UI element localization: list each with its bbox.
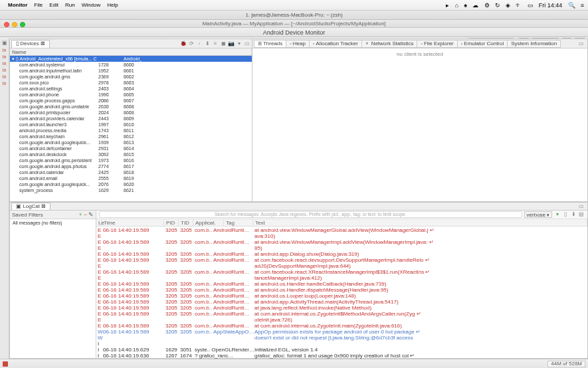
process-row[interactable]: com.google.android.gms.unstable26308608 [10,104,252,110]
gutter-icon[interactable]: ▣ [2,40,7,46]
log-row[interactable]: EtanceManagerImpl.java:412) [98,275,586,281]
process-row[interactable]: android.process.media17438611 [10,128,252,134]
battery-icon[interactable]: ▭ [528,2,534,9]
log-row[interactable]: E85) [98,245,586,251]
minimize-icon[interactable]: ▭ [577,203,586,209]
tab-file-explorer[interactable]: ▫ File Explorer [417,40,457,48]
logcat-rows[interactable]: E06-16 14:40:19.58932053205com.b.. Andro… [96,227,587,365]
col-name[interactable]: Name [10,48,252,55]
log-row[interactable]: I06-16 14:40:19.63612671674? gralloc_ran… [98,353,586,359]
log-row[interactable]: E06-16 14:40:19.58932053205com.b.. Andro… [98,257,586,263]
camera-icon[interactable]: 📷 [228,41,235,47]
tab-sysinfo[interactable]: System Information [507,40,561,48]
process-row[interactable]: com.android.printspooler20248608 [10,110,252,116]
log-row[interactable]: E06-16 14:40:19.58932053205com.b.. Andro… [98,311,586,317]
log-row[interactable]: E06-16 14:40:19.58932053205com.b.. Andro… [98,281,586,287]
log-row[interactable]: E06-16 14:40:19.58932053205com.b.. Andro… [98,239,586,245]
menu-edit[interactable]: Edit [49,2,58,8]
col-pid[interactable]: PID [164,219,179,226]
log-level-select[interactable]: verbose ▾ [524,211,552,218]
devices-tab[interactable]: ▯ Devices ⊠ [11,40,50,48]
log-row[interactable]: I06-16 14:40:19.62916293051syste.. OpenG… [98,347,586,353]
save-log-icon[interactable]: ▾ [554,211,561,218]
log-row[interactable]: E06-16 14:40:19.58932053205com.b.. Andro… [98,251,586,257]
col-tid[interactable]: TID [179,219,193,226]
notifications-icon[interactable]: ≡ [581,2,584,9]
memory-usage[interactable]: 44M of 528M [547,361,585,367]
process-row[interactable]: com.android.calendar24258618 [10,169,252,175]
tray-icon[interactable]: ▸ [446,2,449,9]
col-time[interactable]: Time [102,219,164,226]
process-row[interactable]: com.google.android.googlequick...2076862… [10,181,252,187]
minimize-icon[interactable]: ▭ [577,41,586,46]
log-row[interactable]: EadJS(DevSupportManagerImpl.java:644) [98,263,586,269]
log-row[interactable]: Eava:310) [98,233,586,239]
device-row[interactable]: ▾ ▯ Android_Accelerated_x86 [emula... On… [10,56,252,62]
col-level[interactable]: Le [96,219,102,226]
app-name[interactable]: Monitor [8,2,27,8]
remove-filter-icon[interactable]: − [84,211,87,218]
minimize-icon[interactable]: ▭ [244,41,250,47]
edit-filter-icon[interactable]: ✎ [88,211,94,218]
process-row[interactable]: com.android.phone19908605 [10,92,252,98]
menu-run[interactable]: Run [65,2,75,8]
log-row[interactable]: Wdoesn't exist or did not request [Ljava… [98,335,586,341]
clock[interactable]: Fri 14:44 [539,2,563,9]
tab-heap[interactable]: ▫ Heap [286,40,310,48]
tray-icon[interactable]: ⚙ [484,2,490,9]
logcat-tab[interactable]: ▣ LogCat ⊠ [11,203,50,210]
process-row[interactable]: com.android.deskclock30928615 [10,151,252,157]
process-row[interactable]: system_process16298621 [10,187,252,193]
export-icon[interactable]: ▤ [578,211,585,218]
close-button[interactable] [4,22,9,27]
process-row[interactable]: com.google.android.gms.persistent1973861… [10,157,252,163]
add-filter-icon[interactable]: + [78,211,82,218]
menu-help[interactable]: Help [107,2,118,8]
dump-icon[interactable]: ⬇ [204,41,211,47]
log-row[interactable]: E06-16 14:40:19.58932053205com.b.. Andro… [98,287,586,293]
log-row[interactable]: E06-16 14:40:19.58932053205com.b.. Andro… [98,269,586,275]
tab-allocation[interactable]: ▫ Allocation Tracker [309,40,362,48]
zoom-button[interactable] [20,22,25,27]
menu-window[interactable]: Window [82,2,100,8]
process-row[interactable]: com.android.keychain29618612 [10,134,252,139]
minimize-button[interactable] [12,22,17,27]
process-row[interactable]: com.android.defcontainer29318614 [10,145,252,151]
tab-threads[interactable]: ☰ Threads [254,40,286,48]
log-row[interactable]: I [98,341,586,347]
logcat-search-input[interactable]: Search for messages. Accepts Java regexe… [99,211,522,218]
col-app[interactable]: Applicat. [193,219,224,226]
log-row[interactable]: E06-16 14:40:19.58932053205com.b.. Andro… [98,227,586,233]
process-row[interactable]: com.android.email25558619 [10,175,252,181]
stop-icon[interactable]: ◼ [220,41,227,47]
process-row[interactable]: com.android.providers.calendar24438609 [10,116,252,122]
wifi-icon[interactable]: ᯤ [516,2,522,9]
tray-icon[interactable]: ⌂ [455,2,458,9]
tray-icon[interactable]: ♠ [464,2,467,9]
tray-icon[interactable]: ◈ [506,2,510,9]
thread-icon[interactable]: ≡ [212,41,219,47]
process-row[interactable]: com.android.systemui17288600 [10,62,252,68]
process-row[interactable]: com.google.android.apps.photos27748617 [10,163,252,169]
log-row[interactable]: E06-16 14:40:19.58932053205com.b.. Andro… [98,323,586,329]
process-row[interactable]: com.google.process.gapps20868607 [10,98,252,104]
tab-network[interactable]: ᯤ Network Statistics [361,40,418,48]
filter-item[interactable]: All messages (no filters) [10,219,96,227]
process-row[interactable]: com.android.settings24038604 [10,86,252,92]
tab-emulator[interactable]: ▫ Emulator Control [457,40,508,48]
view-menu-icon[interactable]: ▾ [236,41,243,47]
col-text[interactable]: Text [253,219,587,226]
process-row[interactable]: com.google.android.googlequick...1939861… [10,139,252,145]
process-row[interactable]: com.android.launcher319978610 [10,122,252,128]
devices-table[interactable]: ▾ ▯ Android_Accelerated_x86 [emula... On… [10,56,252,201]
menu-file[interactable]: File [34,2,43,8]
update-icon[interactable]: ⟳ [188,41,195,47]
process-row[interactable]: com.google.android.gms23698602 [10,74,252,80]
search-icon[interactable]: 🔍 [568,2,575,9]
log-row[interactable]: E06-16 14:40:19.58932053205com.b.. Andro… [98,305,586,311]
scroll-lock-icon[interactable]: ⬇ [570,211,577,218]
process-row[interactable]: com.android.inputmethod.latin19528601 [10,68,252,74]
tray-icon[interactable]: ☁ [472,2,478,9]
log-row[interactable]: W06-16 14:40:19.58932053205com.b.. AppSt… [98,329,586,335]
clear-log-icon[interactable]: ▯ [562,211,569,218]
